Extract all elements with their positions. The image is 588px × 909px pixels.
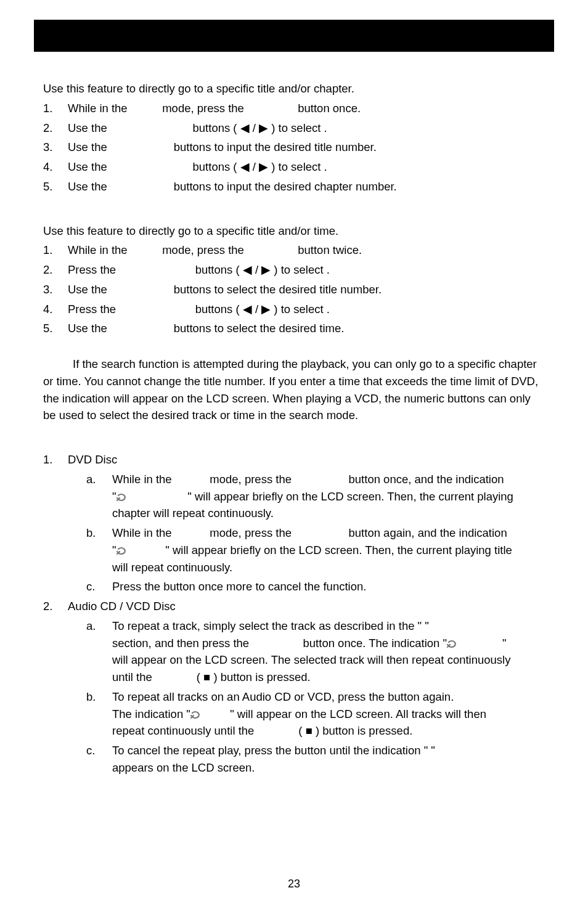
text: ) to select . [274, 303, 329, 316]
text [247, 102, 295, 115]
page-content: Use this feature to directly go to a spe… [43, 80, 545, 779]
text: While in the [112, 473, 175, 486]
arrow-icons: ◀ / ▶ [243, 303, 271, 316]
text: buttons ( [195, 263, 240, 276]
text: Press the [68, 303, 119, 316]
text: mode, press the [162, 102, 247, 115]
s2-item2: 2. Press the buttons ( ◀ / ▶ ) to select… [43, 261, 545, 279]
list-number: 3. [43, 281, 68, 298]
stop-icon: ■ [203, 671, 210, 683]
text: Press the button once more to cancel the… [112, 578, 545, 595]
text: While in the [68, 243, 131, 256]
list-number: 1. [43, 100, 68, 117]
text: repeat continuously until the [112, 724, 258, 737]
text: button once. [298, 102, 361, 115]
list-number: 4. [43, 301, 68, 318]
text: ( [298, 724, 302, 737]
text [131, 102, 159, 115]
text: To cancel the repeat play, press the but… [112, 742, 545, 759]
dvd-b: b. While in the mode, press the button a… [43, 524, 545, 576]
text: ) button is pressed. [213, 671, 310, 683]
repeat-icon [190, 710, 202, 720]
s3-dvd-heading: 1. DVD Disc [43, 451, 545, 468]
text: ( [197, 671, 200, 683]
text: until the [112, 671, 155, 683]
text: The indication " [112, 707, 190, 720]
dvd-a: a. While in the mode, press the button o… [43, 471, 545, 522]
section2-intro: Use this feature to directly go to a spe… [43, 222, 545, 240]
text: section, and then press the [112, 637, 252, 650]
text: Use the [68, 322, 110, 335]
text: " [112, 490, 116, 503]
text: While in the [68, 102, 131, 115]
text: button again, and the indication [349, 526, 507, 539]
text: If the search function is attempted duri… [43, 357, 538, 422]
arrow-icons: ◀ / ▶ [240, 121, 268, 134]
text: " [112, 544, 116, 556]
text: " will appear briefly on the LCD screen.… [165, 544, 512, 556]
list-number: 5. [43, 178, 68, 195]
repeat-icon [447, 639, 458, 649]
text: DVD Disc [68, 451, 545, 468]
s1-item5: 5. Use the buttons to input the desired … [43, 178, 545, 195]
list-number: 3. [43, 139, 68, 156]
text: ) to select . [274, 263, 329, 276]
list-number: 2. [43, 120, 68, 137]
text: To repeat all tracks on an Audio CD or V… [112, 688, 545, 706]
text: buttons ( [195, 303, 240, 316]
text: ) button is pressed. [316, 724, 412, 737]
s2-item1: 1. While in the mode, press the button t… [43, 242, 545, 259]
text: buttons to input the desired chapter num… [174, 180, 397, 193]
header-black-bar [34, 20, 554, 52]
text: " will appear briefly on the LCD screen.… [187, 490, 513, 503]
text: ) to select . [271, 160, 327, 173]
text: Audio CD / VCD Disc [68, 598, 545, 615]
text: buttons to select the desired title numb… [174, 283, 382, 296]
text: To repeat a track, simply select the tra… [112, 618, 545, 635]
cd-c: c. To cancel the repeat play, press the … [43, 742, 545, 777]
list-letter: c. [86, 578, 112, 595]
list-letter: b. [86, 688, 112, 740]
dvd-c: c. Press the button once more to cancel … [43, 578, 545, 595]
text: appears on the LCD screen. [112, 759, 545, 777]
list-number: 1. [43, 242, 68, 259]
text: Press the [68, 263, 119, 276]
s2-item5: 5. Use the buttons to select the desired… [43, 320, 545, 337]
text: will repeat continuously. [112, 559, 545, 576]
text: Use the [68, 283, 110, 296]
text: button twice. [298, 243, 362, 256]
text: buttons ( [193, 160, 237, 173]
arrow-icons: ◀ / ▶ [240, 160, 268, 173]
text: mode, press the [210, 473, 295, 486]
text: button once, and the indication [349, 473, 504, 486]
list-number: 1. [43, 451, 68, 468]
text: buttons to select the desired time. [174, 322, 345, 335]
repeat-icon [116, 492, 128, 502]
s1-item2: 2. Use the buttons ( ◀ / ▶ ) to select . [43, 120, 545, 137]
list-letter: b. [86, 524, 112, 576]
text: buttons ( [193, 121, 237, 134]
list-number: 2. [43, 261, 68, 279]
s1-item4: 4. Use the buttons ( ◀ / ▶ ) to select . [43, 158, 545, 176]
stop-icon: ■ [306, 724, 312, 737]
text: mode, press the [162, 243, 247, 256]
text: Use the [68, 141, 110, 153]
cd-b: b. To repeat all tracks on an Audio CD o… [43, 688, 545, 740]
arrow-icons: ◀ / ▶ [243, 263, 271, 276]
text: While in the [112, 526, 175, 539]
cd-a: a. To repeat a track, simply select the … [43, 618, 545, 686]
list-number: 2. [43, 598, 68, 615]
s1-item3: 3. Use the buttons to input the desired … [43, 139, 545, 156]
repeat-icon [116, 546, 128, 556]
text: Use the [68, 180, 110, 193]
text: will appear on the LCD screen. The selec… [112, 651, 545, 669]
text: ) to select . [271, 121, 327, 134]
s2-item3: 3. Use the buttons to select the desired… [43, 281, 545, 298]
s2-item4: 4. Press the buttons ( ◀ / ▶ ) to select… [43, 301, 545, 318]
text: Use the [68, 121, 110, 134]
text: mode, press the [210, 526, 295, 539]
list-letter: a. [86, 618, 112, 686]
text: " will appear on the LCD screen. All tra… [230, 707, 486, 720]
section1-intro: Use this feature to directly go to a spe… [43, 80, 545, 97]
text: " [502, 637, 507, 650]
